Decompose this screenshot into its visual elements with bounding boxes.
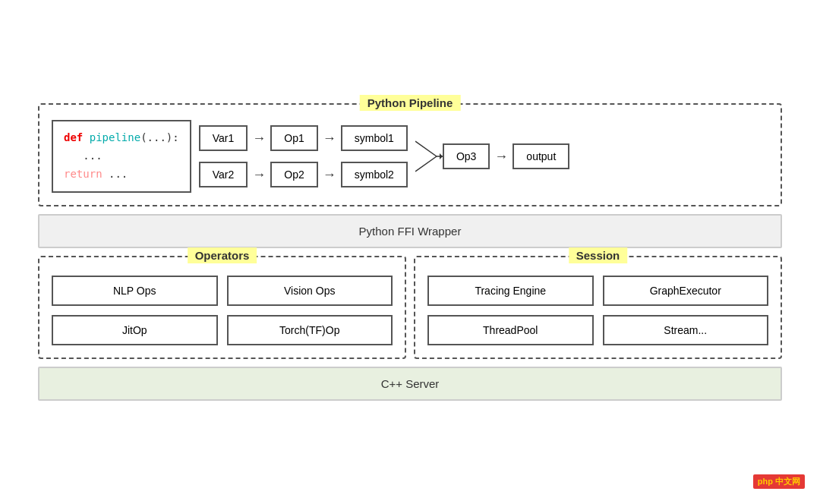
ffi-label: Python FFI Wrapper bbox=[359, 225, 462, 238]
code-def: def bbox=[64, 131, 90, 143]
operators-grid: NLP Ops Vision Ops JitOp Torch(TF)Op bbox=[52, 276, 393, 345]
vision-ops-box: Vision Ops bbox=[227, 276, 393, 306]
code-box: def pipeline(...): ... return ... bbox=[52, 120, 191, 192]
code-fn: pipeline bbox=[90, 131, 140, 143]
merge-arrows-svg bbox=[415, 126, 443, 187]
code-ret-dots: ... bbox=[102, 168, 128, 180]
tracing-engine-box: Tracing Engine bbox=[427, 276, 594, 306]
right-flow: Op3 → output bbox=[443, 143, 569, 169]
cpp-section: C++ Server bbox=[38, 367, 782, 401]
nlp-ops-box: NLP Ops bbox=[52, 276, 218, 306]
var2-box: Var2 bbox=[199, 162, 248, 187]
operators-label: Operators bbox=[188, 247, 257, 263]
jitop-box: JitOp bbox=[52, 315, 218, 345]
cpp-label: C++ Server bbox=[381, 377, 440, 390]
session-label: Session bbox=[569, 247, 628, 263]
sym2-box: symbol2 bbox=[341, 162, 408, 187]
op2-box: Op2 bbox=[270, 162, 317, 187]
arrow4: → bbox=[323, 168, 336, 181]
code-args: (...): bbox=[140, 131, 179, 143]
torch-op-box: Torch(TF)Op bbox=[227, 315, 393, 345]
op3-box: Op3 bbox=[443, 143, 490, 169]
arrow2: → bbox=[323, 131, 336, 145]
svg-line-0 bbox=[415, 141, 437, 156]
var1-box: Var1 bbox=[199, 125, 248, 151]
op1-box: Op1 bbox=[270, 125, 317, 151]
flow-rows: Var1 → Op1 → symbol1 Var2 → Op2 → symbol… bbox=[199, 125, 408, 187]
pipeline-label: Python Pipeline bbox=[360, 95, 461, 111]
flow-row-2: Var2 → Op2 → symbol2 bbox=[199, 162, 408, 187]
svg-line-1 bbox=[415, 156, 437, 172]
sym1-box: symbol1 bbox=[341, 125, 408, 151]
code-dots: ... bbox=[64, 150, 102, 162]
operators-section: Operators NLP Ops Vision Ops JitOp Torch… bbox=[38, 256, 406, 359]
output-box: output bbox=[512, 143, 569, 169]
stream-box: Stream... bbox=[603, 315, 769, 345]
watermark: php 中文网 bbox=[753, 474, 805, 489]
merge-area: Op3 → output bbox=[415, 126, 569, 187]
pipeline-section: Python Pipeline def pipeline(...): ... r… bbox=[38, 103, 782, 206]
ffi-section: Python FFI Wrapper bbox=[38, 214, 782, 248]
code-ret: return bbox=[64, 168, 102, 180]
watermark-suffix: 中文网 bbox=[775, 477, 800, 486]
bottom-row: Operators NLP Ops Vision Ops JitOp Torch… bbox=[38, 256, 782, 359]
arrow5: → bbox=[494, 150, 508, 163]
arrow1: → bbox=[252, 131, 266, 145]
watermark-text: php bbox=[758, 477, 773, 486]
arrow3: → bbox=[252, 168, 266, 181]
flow-row-1: Var1 → Op1 → symbol1 bbox=[199, 125, 408, 151]
session-grid: Tracing Engine GraphExecutor ThreadPool … bbox=[427, 276, 768, 345]
session-section: Session Tracing Engine GraphExecutor Thr… bbox=[414, 256, 782, 359]
graph-executor-box: GraphExecutor bbox=[603, 276, 769, 306]
thread-pool-box: ThreadPool bbox=[427, 315, 594, 345]
diagram: Python Pipeline def pipeline(...): ... r… bbox=[23, 88, 797, 415]
